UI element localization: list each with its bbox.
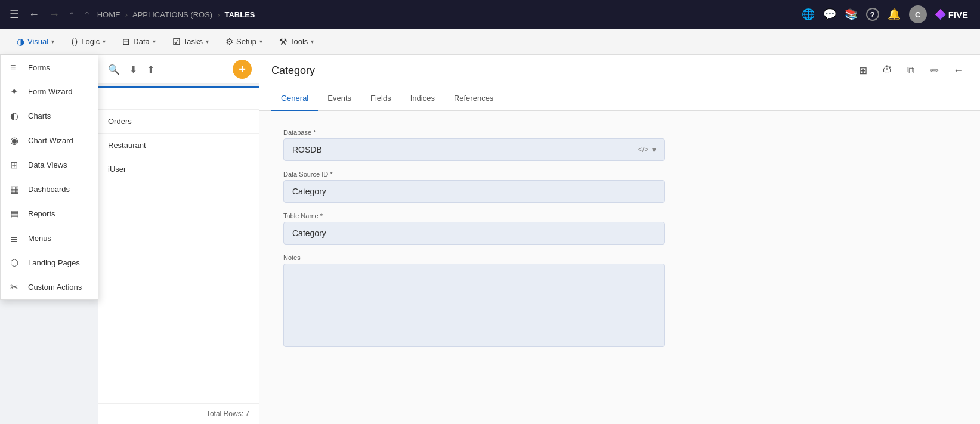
breadcrumb-tables[interactable]: TABLES bbox=[224, 10, 255, 19]
list-item-iuser[interactable]: iUser bbox=[98, 157, 259, 181]
database-field-input[interactable]: ROSDB </> ▾ bbox=[283, 138, 665, 161]
speech-icon[interactable]: 💬 bbox=[823, 8, 836, 21]
history-icon[interactable]: ⏱ bbox=[877, 61, 896, 80]
export-icon[interactable]: ⬇ bbox=[127, 61, 140, 78]
home-icon[interactable]: ⌂ bbox=[82, 7, 92, 22]
list-footer: Total Rows: 7 bbox=[98, 403, 259, 424]
search-icon[interactable]: 🔍 bbox=[106, 61, 122, 78]
setup-icon: ⚙ bbox=[225, 36, 233, 47]
setup-caret-icon: ▾ bbox=[259, 38, 262, 45]
menu-item-menus[interactable]: ≣ Menus bbox=[1, 226, 98, 250]
tablename-field-group: Table Name * Category bbox=[283, 212, 956, 245]
tools-caret-icon: ▾ bbox=[311, 38, 314, 45]
custom-actions-icon: ✂ bbox=[10, 281, 22, 293]
five-logo: FIVE bbox=[935, 9, 968, 20]
charts-icon: ◐ bbox=[10, 110, 22, 122]
globe-icon[interactable]: 🌐 bbox=[802, 8, 815, 21]
menu-reports-label: Reports bbox=[28, 209, 55, 218]
logic-icon: ⟨⟩ bbox=[71, 36, 78, 47]
menu-item-charts[interactable]: ◐ Charts bbox=[1, 104, 98, 128]
menu-item-dashboards[interactable]: ▦ Dashboards bbox=[1, 177, 98, 202]
tab-general[interactable]: General bbox=[271, 86, 318, 111]
menu-dataviews-label: Data Views bbox=[28, 160, 67, 169]
menu-item-landing-pages[interactable]: ⬡ Landing Pages bbox=[1, 250, 98, 275]
page-title: Category bbox=[271, 64, 854, 77]
landing-pages-icon: ⬡ bbox=[10, 257, 22, 268]
bell-icon[interactable]: 🔔 bbox=[888, 8, 901, 21]
forms-icon: ≡ bbox=[10, 62, 22, 73]
list-item-restaurant[interactable]: Restaurant bbox=[98, 134, 259, 157]
menu-item-forms[interactable]: ≡ Forms bbox=[1, 55, 98, 79]
tab-indices[interactable]: Indices bbox=[401, 86, 444, 111]
table-list: Orders Restaurant iUser bbox=[98, 110, 259, 403]
help-icon[interactable]: ? bbox=[866, 8, 879, 21]
database-field-label: Database * bbox=[283, 129, 956, 136]
nav-item-tools[interactable]: ⚒ Tools ▾ bbox=[272, 33, 321, 51]
data-caret-icon: ▾ bbox=[153, 38, 156, 45]
menu-custom-label: Custom Actions bbox=[28, 283, 82, 292]
logo-text: FIVE bbox=[948, 10, 968, 20]
code-icon[interactable]: </> bbox=[638, 146, 648, 154]
close-panel-icon[interactable]: ← bbox=[949, 61, 968, 80]
left-panel-toolbar: 🔍 ⬇ ⬆ + bbox=[98, 55, 259, 84]
nav-tools-label: Tools bbox=[290, 37, 308, 46]
right-panel-header: Category ⊞ ⏱ ⧉ ✏ ← bbox=[259, 55, 980, 86]
breadcrumb-home[interactable]: HOME bbox=[97, 10, 120, 19]
tab-references[interactable]: References bbox=[444, 86, 503, 111]
tab-events[interactable]: Events bbox=[318, 86, 361, 111]
menu-item-chart-wizard[interactable]: ◉ Chart Wizard bbox=[1, 128, 98, 153]
nav-item-setup[interactable]: ⚙ Setup ▾ bbox=[218, 33, 270, 51]
nav-tasks-label: Tasks bbox=[183, 37, 203, 46]
add-button[interactable]: + bbox=[233, 60, 252, 79]
tablename-field-value: Category bbox=[292, 228, 326, 238]
right-panel: Category ⊞ ⏱ ⧉ ✏ ← General Events Fields… bbox=[259, 55, 980, 424]
left-panel: 🔍 ⬇ ⬆ + Orders Restaurant iUser Total Ro… bbox=[98, 55, 259, 424]
menu-landing-label: Landing Pages bbox=[28, 258, 80, 267]
book-icon[interactable]: 📚 bbox=[845, 8, 858, 21]
dropdown-caret-icon[interactable]: ▾ bbox=[652, 145, 656, 154]
list-item-iuser-label: iUser bbox=[108, 165, 126, 174]
menu-item-custom-actions[interactable]: ✂ Custom Actions bbox=[1, 275, 98, 299]
nav-item-data[interactable]: ⊟ Data ▾ bbox=[115, 33, 162, 51]
nav-item-tasks[interactable]: ☑ Tasks ▾ bbox=[165, 33, 216, 51]
up-icon[interactable] bbox=[67, 6, 77, 23]
hamburger-icon[interactable] bbox=[7, 5, 21, 23]
menu-item-reports[interactable]: ▤ Reports bbox=[1, 202, 98, 226]
list-item-restaurant-label: Restaurant bbox=[108, 141, 146, 150]
list-item-orders-label: Orders bbox=[108, 117, 132, 126]
database-field-icons: </> ▾ bbox=[638, 145, 656, 154]
tab-fields[interactable]: Fields bbox=[361, 86, 401, 111]
breadcrumb: ⌂ HOME › APPLICATIONS (ROS) › TABLES bbox=[82, 7, 255, 22]
nav-item-visual[interactable]: ◑ Visual ▾ bbox=[10, 33, 61, 51]
menu-item-form-wizard[interactable]: ✦ Form Wizard bbox=[1, 79, 98, 104]
visual-caret-icon: ▾ bbox=[51, 38, 54, 45]
notes-field-input[interactable] bbox=[283, 264, 665, 347]
header-actions: ⊞ ⏱ ⧉ ✏ ← bbox=[854, 61, 968, 80]
import-icon[interactable]: ⬆ bbox=[144, 61, 157, 78]
top-navigation-bar: → ⌂ HOME › APPLICATIONS (ROS) › TABLES 🌐… bbox=[0, 0, 980, 29]
menu-item-data-views[interactable]: ⊞ Data Views bbox=[1, 153, 98, 177]
menu-dashboards-label: Dashboards bbox=[28, 185, 70, 194]
avatar[interactable]: C bbox=[909, 5, 927, 23]
notes-field-label: Notes bbox=[283, 254, 956, 261]
tasks-icon: ☑ bbox=[172, 36, 180, 47]
datasource-field-input[interactable]: Category bbox=[283, 180, 665, 203]
nav-item-logic[interactable]: ⟨⟩ Logic ▾ bbox=[64, 33, 113, 51]
total-rows-label: Total Rows: bbox=[206, 410, 243, 418]
list-item-orders[interactable]: Orders bbox=[98, 110, 259, 134]
tasks-caret-icon: ▾ bbox=[206, 38, 209, 45]
edit-pencil-icon[interactable]: ✏ bbox=[925, 61, 944, 80]
forward-icon[interactable]: → bbox=[47, 6, 62, 23]
nav-setup-label: Setup bbox=[236, 37, 256, 46]
breadcrumb-applications[interactable]: APPLICATIONS (ROS) bbox=[132, 10, 212, 19]
tablename-field-input[interactable]: Category bbox=[283, 222, 665, 245]
duplicate-icon[interactable]: ⧉ bbox=[901, 61, 920, 80]
total-rows-value: 7 bbox=[245, 410, 249, 418]
main-layout: ≡ Forms ✦ Form Wizard ◐ Charts ◉ Chart W… bbox=[0, 55, 980, 424]
menus-icon: ≣ bbox=[10, 233, 22, 244]
table-view-icon[interactable]: ⊞ bbox=[854, 61, 873, 80]
database-field-value: ROSDB bbox=[292, 145, 322, 154]
secondary-navigation-bar: ◑ Visual ▾ ⟨⟩ Logic ▾ ⊟ Data ▾ ☑ Tasks ▾… bbox=[0, 29, 980, 55]
back-icon[interactable] bbox=[26, 6, 42, 23]
menu-forms-label: Forms bbox=[28, 63, 50, 72]
